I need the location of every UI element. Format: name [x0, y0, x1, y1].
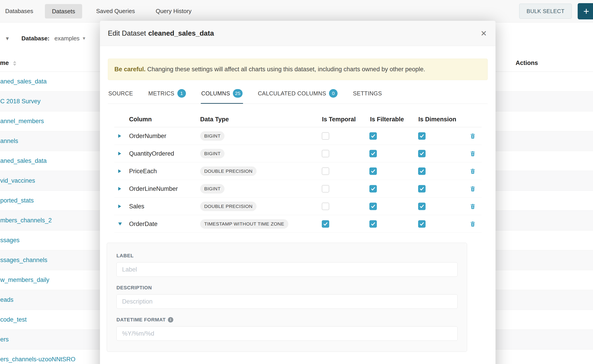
dataset-link[interactable]: eads: [0, 296, 13, 303]
data-type-pill: DOUBLE PRECISION: [200, 166, 257, 176]
warning-text: Changing these settings will affect all …: [145, 66, 425, 73]
warning-banner: Be careful. Changing these settings will…: [108, 59, 488, 80]
warning-emphasis: Be careful.: [114, 66, 145, 73]
is-dimension-checkbox[interactable]: [418, 202, 426, 210]
is-filterable-checkbox[interactable]: [369, 220, 377, 228]
sort-icon[interactable]: [13, 61, 16, 66]
tab-columns[interactable]: COLUMNS 25: [201, 85, 243, 104]
dataset-link[interactable]: code_test: [0, 316, 27, 323]
column-detail-panel: LABEL DESCRIPTION DATETIME FORMAT i: [107, 243, 467, 352]
info-icon: i: [168, 317, 173, 323]
is-dimension-checkbox[interactable]: [418, 185, 426, 192]
column-name: QuantityOrdered: [129, 150, 174, 157]
database-filter-value[interactable]: examples: [54, 35, 79, 42]
dataset-link[interactable]: ported_stats: [0, 197, 34, 204]
close-icon[interactable]: ✕: [481, 30, 487, 37]
column-name: OrderNumber: [129, 132, 166, 139]
is-filterable-checkbox[interactable]: [369, 132, 377, 140]
is-temporal-checkbox[interactable]: [322, 150, 329, 157]
expand-caret-icon[interactable]: [118, 205, 121, 208]
column-row: SalesDOUBLE PRECISION: [114, 198, 481, 215]
dataset-link[interactable]: ssages: [0, 237, 20, 244]
dataset-link[interactable]: annel_members: [0, 118, 44, 125]
dataset-link[interactable]: ers_channels-uzooNNtSRO: [0, 356, 75, 363]
dataset-link[interactable]: ers: [0, 336, 9, 343]
is-filterable-checkbox[interactable]: [369, 167, 377, 175]
is-temporal-checkbox[interactable]: [322, 202, 329, 210]
datetime-format-input[interactable]: [116, 326, 458, 341]
dataset-link[interactable]: w_members_daily: [0, 277, 49, 284]
tab-metrics[interactable]: METRICS 1: [148, 85, 186, 104]
expand-caret-icon[interactable]: [118, 169, 121, 173]
nav-saved-queries[interactable]: Saved Queries: [96, 8, 135, 15]
expand-caret-icon[interactable]: [118, 152, 121, 155]
is-filterable-checkbox[interactable]: [369, 185, 377, 192]
description-field-label: DESCRIPTION: [116, 285, 458, 291]
is-temporal-checkbox[interactable]: [322, 220, 329, 228]
modal-header: Edit Datasetcleaned_sales_data ✕: [100, 21, 495, 46]
column-row: OrderDateTIMESTAMP WITHOUT TIME ZONE: [114, 215, 481, 233]
filter-bar: ▾ Database: examples ▾: [0, 30, 85, 47]
columns-rows: OrderNumberBIGINTQuantityOrderedBIGINTPr…: [114, 127, 481, 233]
nav-datasets[interactable]: Datasets: [45, 4, 82, 19]
datetime-format-label-text: DATETIME FORMAT: [116, 317, 166, 323]
is-temporal-checkbox[interactable]: [322, 167, 329, 175]
is-filterable-checkbox[interactable]: [369, 150, 377, 157]
data-type-pill: BIGINT: [200, 184, 224, 194]
label-input[interactable]: [116, 262, 458, 277]
column-name: Sales: [129, 203, 145, 210]
top-nav: Databases Datasets Saved Queries Query H…: [0, 0, 593, 23]
tab-calculated-columns[interactable]: CALCULATED COLUMNS 0: [257, 85, 338, 104]
data-type-header: Data Type: [200, 116, 229, 123]
bulk-select-button[interactable]: BULK SELECT: [519, 4, 572, 19]
delete-column-icon[interactable]: [470, 150, 476, 157]
label-field-label: LABEL: [116, 253, 458, 259]
column-row: QuantityOrderedBIGINT: [114, 145, 481, 162]
dataset-link[interactable]: vid_vaccines: [0, 177, 35, 184]
tab-columns-label: COLUMNS: [201, 90, 230, 97]
tab-source[interactable]: SOURCE: [108, 85, 133, 104]
is-dimension-checkbox[interactable]: [418, 220, 426, 228]
dataset-link[interactable]: C 2018 Survey: [0, 98, 41, 105]
is-dimension-checkbox[interactable]: [418, 167, 426, 175]
is-temporal-checkbox[interactable]: [322, 132, 329, 140]
dataset-link[interactable]: aned_sales_data: [0, 157, 47, 164]
delete-column-icon[interactable]: [470, 221, 476, 227]
is-dimension-checkbox[interactable]: [418, 132, 426, 140]
is-dimension-checkbox[interactable]: [418, 150, 426, 157]
dataset-link[interactable]: annels: [0, 137, 18, 144]
nav-query-history[interactable]: Query History: [156, 8, 191, 15]
chevron-down-icon[interactable]: ▾: [6, 35, 9, 42]
column-name: PriceEach: [129, 168, 157, 175]
is-filterable-header: Is Filterable: [370, 116, 404, 123]
dataset-link[interactable]: ssages_channels: [0, 257, 47, 264]
is-filterable-checkbox[interactable]: [369, 202, 377, 210]
edit-dataset-modal: Edit Datasetcleaned_sales_data ✕ Be care…: [100, 21, 495, 364]
column-row: PriceEachDOUBLE PRECISION: [114, 162, 481, 180]
delete-column-icon[interactable]: [470, 186, 476, 192]
is-temporal-checkbox[interactable]: [322, 185, 329, 192]
database-filter-label: Database:: [21, 35, 49, 42]
description-field-label-text: DESCRIPTION: [116, 285, 152, 291]
delete-column-icon[interactable]: [470, 133, 476, 139]
dataset-link[interactable]: mbers_channels_2: [0, 217, 52, 224]
description-input[interactable]: [116, 294, 458, 309]
modal-title-dataset-name: cleaned_sales_data: [148, 29, 214, 37]
expand-caret-icon[interactable]: [118, 187, 121, 191]
tab-settings-label: SETTINGS: [353, 90, 382, 97]
dataset-link[interactable]: aned_sales_data: [0, 78, 47, 85]
tab-settings[interactable]: SETTINGS: [352, 85, 382, 104]
chevron-down-icon[interactable]: ▾: [83, 35, 85, 41]
tab-bar: SOURCE METRICS 1 COLUMNS 25 CALCULATED C…: [108, 85, 488, 104]
calculated-columns-count-badge: 0: [329, 89, 338, 98]
expand-caret-icon[interactable]: [118, 134, 121, 138]
delete-column-icon[interactable]: [470, 203, 476, 209]
column-row: OrderNumberBIGINT: [114, 127, 481, 145]
nav-databases[interactable]: Databases: [5, 8, 33, 15]
delete-column-icon[interactable]: [470, 168, 476, 174]
tab-metrics-label: METRICS: [148, 90, 174, 97]
columns-table: Column Data Type Is Temporal Is Filterab…: [114, 113, 481, 233]
name-column-header[interactable]: me: [0, 59, 9, 66]
add-dataset-button[interactable]: +: [578, 3, 593, 20]
collapse-caret-icon[interactable]: [118, 222, 122, 225]
